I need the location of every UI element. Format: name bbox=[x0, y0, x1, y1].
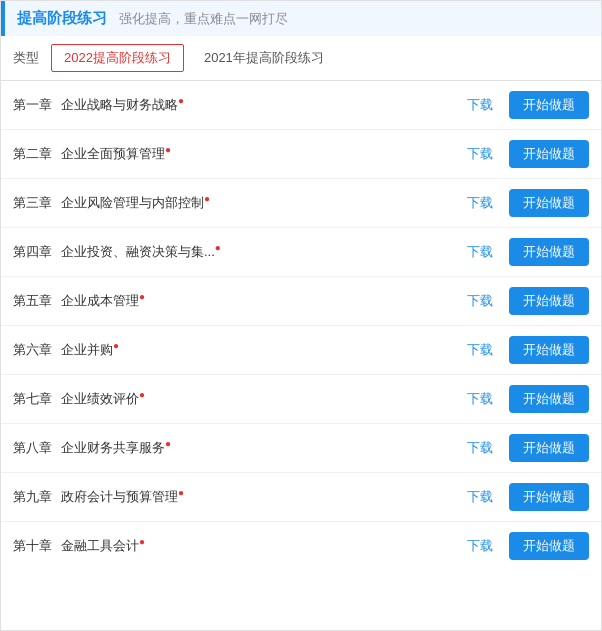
start-button[interactable]: 开始做题 bbox=[509, 189, 589, 217]
download-button[interactable]: 下载 bbox=[467, 96, 493, 114]
tabs-label: 类型 bbox=[13, 49, 39, 67]
chapter-number: 第三章 bbox=[13, 194, 61, 212]
chapter-row: 第三章企业风险管理与内部控制●下载开始做题 bbox=[1, 179, 601, 228]
section-subtitle: 强化提高，重点难点一网打尽 bbox=[119, 10, 288, 28]
download-button[interactable]: 下载 bbox=[467, 341, 493, 359]
start-button[interactable]: 开始做题 bbox=[509, 287, 589, 315]
chapter-row: 第五章企业成本管理●下载开始做题 bbox=[1, 277, 601, 326]
chapter-number: 第五章 bbox=[13, 292, 61, 310]
chapter-number: 第六章 bbox=[13, 341, 61, 359]
chapter-name: 企业成本管理● bbox=[61, 291, 467, 310]
download-button[interactable]: 下载 bbox=[467, 145, 493, 163]
chapter-number: 第一章 bbox=[13, 96, 61, 114]
download-button[interactable]: 下载 bbox=[467, 292, 493, 310]
main-container: 提高阶段练习 强化提高，重点难点一网打尽 类型 2022提高阶段练习 2021年… bbox=[0, 0, 602, 631]
start-button[interactable]: 开始做题 bbox=[509, 238, 589, 266]
download-button[interactable]: 下载 bbox=[467, 390, 493, 408]
start-button[interactable]: 开始做题 bbox=[509, 140, 589, 168]
chapter-dot: ● bbox=[113, 340, 119, 351]
chapter-name: 企业风险管理与内部控制● bbox=[61, 193, 467, 212]
chapter-dot: ● bbox=[165, 438, 171, 449]
download-button[interactable]: 下载 bbox=[467, 537, 493, 555]
chapter-number: 第九章 bbox=[13, 488, 61, 506]
section-title: 提高阶段练习 bbox=[17, 9, 107, 28]
chapter-name: 政府会计与预算管理● bbox=[61, 487, 467, 506]
chapter-number: 第四章 bbox=[13, 243, 61, 261]
start-button[interactable]: 开始做题 bbox=[509, 434, 589, 462]
chapter-row: 第二章企业全面预算管理●下载开始做题 bbox=[1, 130, 601, 179]
start-button[interactable]: 开始做题 bbox=[509, 91, 589, 119]
start-button[interactable]: 开始做题 bbox=[509, 483, 589, 511]
chapter-row: 第七章企业绩效评价●下载开始做题 bbox=[1, 375, 601, 424]
chapter-name: 企业并购● bbox=[61, 340, 467, 359]
chapter-row: 第六章企业并购●下载开始做题 bbox=[1, 326, 601, 375]
chapter-row: 第一章企业战略与财务战略●下载开始做题 bbox=[1, 81, 601, 130]
section-header: 提高阶段练习 强化提高，重点难点一网打尽 bbox=[1, 1, 601, 36]
start-button[interactable]: 开始做题 bbox=[509, 336, 589, 364]
chapter-row: 第十章金融工具会计●下载开始做题 bbox=[1, 522, 601, 570]
tab-2022[interactable]: 2022提高阶段练习 bbox=[51, 44, 184, 72]
download-button[interactable]: 下载 bbox=[467, 194, 493, 212]
chapter-name: 金融工具会计● bbox=[61, 536, 467, 555]
chapter-dot: ● bbox=[165, 144, 171, 155]
chapter-name: 企业投资、融资决策与集...● bbox=[61, 242, 467, 261]
chapter-number: 第八章 bbox=[13, 439, 61, 457]
chapter-name: 企业财务共享服务● bbox=[61, 438, 467, 457]
chapter-number: 第二章 bbox=[13, 145, 61, 163]
chapter-dot: ● bbox=[215, 242, 221, 253]
chapter-name: 企业绩效评价● bbox=[61, 389, 467, 408]
chapter-number: 第十章 bbox=[13, 537, 61, 555]
chapter-row: 第九章政府会计与预算管理●下载开始做题 bbox=[1, 473, 601, 522]
tabs-row: 类型 2022提高阶段练习 2021年提高阶段练习 bbox=[1, 36, 601, 81]
chapter-list: 第一章企业战略与财务战略●下载开始做题第二章企业全面预算管理●下载开始做题第三章… bbox=[1, 81, 601, 570]
chapter-dot: ● bbox=[139, 536, 145, 547]
tab-2021[interactable]: 2021年提高阶段练习 bbox=[192, 45, 336, 71]
chapter-dot: ● bbox=[178, 95, 184, 106]
chapter-name: 企业战略与财务战略● bbox=[61, 95, 467, 114]
chapter-dot: ● bbox=[139, 389, 145, 400]
chapter-dot: ● bbox=[139, 291, 145, 302]
download-button[interactable]: 下载 bbox=[467, 488, 493, 506]
chapter-row: 第八章企业财务共享服务●下载开始做题 bbox=[1, 424, 601, 473]
download-button[interactable]: 下载 bbox=[467, 243, 493, 261]
chapter-dot: ● bbox=[204, 193, 210, 204]
chapter-name: 企业全面预算管理● bbox=[61, 144, 467, 163]
start-button[interactable]: 开始做题 bbox=[509, 532, 589, 560]
download-button[interactable]: 下载 bbox=[467, 439, 493, 457]
chapter-number: 第七章 bbox=[13, 390, 61, 408]
chapter-dot: ● bbox=[178, 487, 184, 498]
start-button[interactable]: 开始做题 bbox=[509, 385, 589, 413]
chapter-row: 第四章企业投资、融资决策与集...●下载开始做题 bbox=[1, 228, 601, 277]
